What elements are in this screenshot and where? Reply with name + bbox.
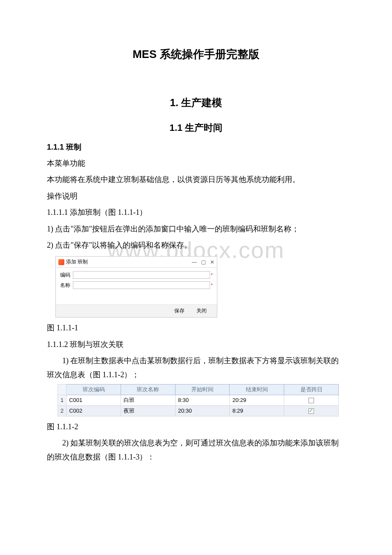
window-close-icon[interactable]: ✕: [210, 259, 214, 265]
code-label: 编码: [60, 272, 73, 279]
heading-2: 1.1 生产时间: [47, 121, 345, 134]
cell-code: C001: [66, 395, 121, 405]
add-dialog: 添加 班制 — ▢ ✕ 编码 * 名称 * 保存 关闭: [55, 256, 217, 318]
shift-table: 班次编码 班次名称 开始时间 结束时间 是否跨日 1 C001 白班 8:30 …: [58, 384, 339, 416]
required-star-icon: *: [211, 283, 213, 288]
table-row[interactable]: 1 C001 白班 8:30 20:29: [58, 395, 339, 405]
rownum-header: [58, 384, 66, 395]
col-header[interactable]: 班次编码: [66, 384, 121, 395]
rownum-cell: 1: [58, 395, 66, 405]
dialog-title: 添加 班制: [66, 258, 88, 266]
cell-name: 白班: [121, 395, 175, 405]
rownum-cell: 2: [58, 405, 66, 416]
save-button[interactable]: 保存: [174, 307, 184, 315]
checkbox-icon[interactable]: [308, 398, 314, 403]
close-button[interactable]: 关闭: [196, 307, 207, 315]
window-minimize-icon[interactable]: —: [192, 259, 197, 265]
figure-caption: 图 1.1.1-1: [47, 321, 345, 335]
paragraph: 本功能将在系统中建立班制基础信息，以供资源日历等其他系统功能利用。: [47, 173, 345, 186]
paragraph: 本菜单功能: [47, 156, 345, 170]
checkbox-icon[interactable]: [308, 408, 314, 414]
cell-end: 20:29: [230, 395, 284, 405]
paragraph: 1.1.1.2 班制与班次关联: [47, 338, 345, 351]
figure-caption: 图 1.1.1-2: [47, 420, 345, 434]
window-maximize-icon[interactable]: ▢: [201, 259, 206, 265]
col-header[interactable]: 班次名称: [121, 384, 175, 395]
col-header[interactable]: 结束时间: [230, 384, 284, 395]
col-header[interactable]: 开始时间: [175, 384, 230, 395]
name-input[interactable]: [73, 281, 210, 289]
paragraph: 1) 点击"添加"按钮后在弹出的添加窗口中输入唯一的班制编码和班制名称；: [47, 222, 345, 236]
paragraph: 1) 在班制主数据表中点击某班制数据行后，班制主数据表下方将显示该班制关联的班次…: [47, 354, 345, 382]
paragraph: 2) 如某班制关联的班次信息表为空，则可通过班次信息表的添加功能来添加该班制的班…: [47, 436, 345, 464]
heading-1: 1. 生产建模: [47, 96, 345, 110]
cell-name: 夜班: [121, 405, 175, 416]
app-icon: [58, 259, 64, 265]
cell-start: 20:30: [175, 405, 230, 416]
cell-cross: [284, 405, 339, 416]
paragraph: 1.1.1.1 添加班制（图 1.1.1-1）: [47, 205, 345, 219]
name-label: 名称: [60, 282, 73, 289]
cell-end: 8:29: [230, 405, 284, 416]
paragraph: 2) 点击"保存"以将输入的编码和名称保存。: [47, 238, 345, 252]
col-header[interactable]: 是否跨日: [284, 384, 339, 395]
heading-3: 1.1.1 班制: [47, 142, 345, 152]
document-title: MES 系统操作手册完整版: [47, 47, 345, 62]
cell-code: C002: [66, 405, 121, 416]
paragraph: 操作说明: [47, 189, 345, 203]
cell-cross: [284, 395, 339, 405]
table-row[interactable]: 2 C002 夜班 20:30 8:29: [58, 405, 339, 416]
required-star-icon: *: [211, 273, 213, 278]
cell-start: 8:30: [175, 395, 230, 405]
dialog-titlebar: 添加 班制 — ▢ ✕: [56, 257, 217, 268]
code-input[interactable]: [73, 271, 210, 279]
